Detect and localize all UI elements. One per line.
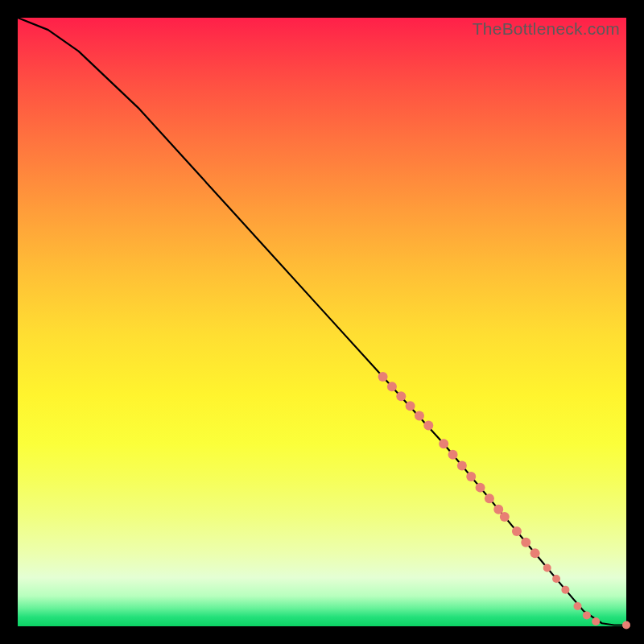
chart-markers: [378, 372, 630, 629]
chart-marker: [476, 483, 485, 493]
chart-marker: [574, 602, 582, 610]
chart-marker: [423, 421, 433, 431]
chart-marker: [521, 538, 530, 547]
chart-curve: [18, 18, 626, 625]
chart-marker: [543, 564, 551, 572]
chart-plot-area: TheBottleneck.com: [18, 18, 626, 626]
chart-marker: [592, 617, 600, 625]
chart-marker: [439, 439, 448, 448]
chart-marker: [561, 586, 569, 594]
chart-marker: [415, 411, 424, 420]
chart-marker: [583, 611, 591, 619]
chart-marker: [457, 460, 467, 470]
chart-marker: [530, 548, 540, 558]
chart-svg: [18, 18, 626, 626]
chart-marker: [622, 621, 630, 629]
chart-marker: [512, 526, 522, 536]
chart-marker: [406, 401, 415, 411]
chart-marker: [485, 493, 494, 503]
chart-marker: [552, 575, 560, 583]
chart-marker: [500, 512, 510, 522]
chart-marker: [378, 372, 388, 382]
chart-marker: [396, 391, 406, 401]
chart-marker: [387, 382, 397, 391]
chart-marker: [448, 450, 458, 460]
chart-marker: [466, 472, 476, 481]
